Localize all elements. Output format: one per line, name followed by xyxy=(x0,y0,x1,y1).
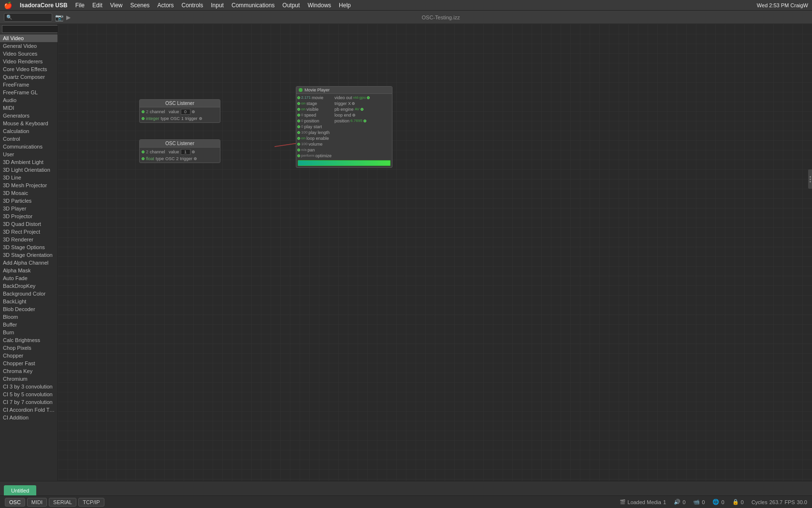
mp-pan-label: pan xyxy=(307,148,322,152)
menu-actors[interactable]: Actors xyxy=(158,2,174,9)
sidebar-item-blob-decoder[interactable]: Blob Decoder xyxy=(0,305,58,313)
mp-row-movie: 2.171 movie xyxy=(297,95,332,100)
sidebar-item-communications[interactable]: Communications xyxy=(0,143,58,150)
menu-view[interactable]: View xyxy=(110,2,123,9)
sidebar-item-3d-mosaic[interactable]: 3D Mosaic xyxy=(0,189,58,197)
sidebar-item-general-video[interactable]: General Video xyxy=(0,42,58,50)
sidebar-item-ci-addition[interactable]: CI Addition xyxy=(0,414,58,421)
sidebar-item-3d-particles[interactable]: 3D Particles xyxy=(0,197,58,205)
menu-output[interactable]: Output xyxy=(282,2,300,9)
sidebar-item-3d-player[interactable]: 3D Player xyxy=(0,205,58,212)
movie-player-progress-bar xyxy=(298,160,391,166)
canvas-area[interactable]: OSC Listener 2 channel value 0 integer t… xyxy=(58,24,812,481)
sidebar-item-calculation[interactable]: Calculation xyxy=(0,127,58,135)
sidebar-item-burn[interactable]: Burn xyxy=(0,329,58,336)
mp-videoout-label: video out xyxy=(334,95,352,100)
sidebar-item-ci-5-by-5-convolution[interactable]: CI 5 by 5 convolution xyxy=(0,390,58,398)
sidebar-item-chop-pixels[interactable]: Chop Pixels xyxy=(0,344,58,352)
menu-scenes[interactable]: Scenes xyxy=(130,2,150,9)
sidebar-item-3d-mesh-projector[interactable]: 3D Mesh Projector xyxy=(0,181,58,189)
apple-menu[interactable]: 🍎 xyxy=(4,1,12,9)
play-icon[interactable]: ▶ xyxy=(66,14,71,21)
sidebar-item-audio[interactable]: Audio xyxy=(0,96,58,104)
sidebar-item-3d-line[interactable]: 3D Line xyxy=(0,174,58,181)
mp-speed-label: speed xyxy=(304,113,319,118)
menu-controls[interactable]: Controls xyxy=(182,2,203,9)
sidebar-item-backlight[interactable]: BackLight xyxy=(0,298,58,305)
osc2-value-field[interactable]: 1 xyxy=(181,149,190,155)
sidebar-item-add-alpha-channel[interactable]: Add Alpha Channel xyxy=(0,259,58,267)
sidebar-item-3d-stage-orientation[interactable]: 3D Stage Orientation xyxy=(0,251,58,259)
sidebar-item-chopper[interactable]: Chopper xyxy=(0,352,58,359)
menu-input[interactable]: Input xyxy=(211,2,224,9)
sidebar-item-3d-quad-distort[interactable]: 3D Quad Distort xyxy=(0,220,58,228)
sidebar-item-bloom[interactable]: Bloom xyxy=(0,313,58,321)
status-tab-midi[interactable]: MIDI xyxy=(27,498,47,507)
sidebar-item-all-video[interactable]: All Video xyxy=(0,34,58,42)
sidebar-item-chroma-key[interactable]: Chroma Key xyxy=(0,367,58,375)
loaded-media-label: Loaded Media xyxy=(627,499,661,505)
status-tab-serial[interactable]: SERIAL xyxy=(49,498,76,507)
sidebar-item-generators[interactable]: Generators xyxy=(0,112,58,120)
mp-position-in xyxy=(297,120,300,122)
mp-visible-in xyxy=(297,108,300,111)
sidebar-item-core-video-effects[interactable]: Core Video Effects xyxy=(0,65,58,73)
right-panel-handle[interactable] xyxy=(808,169,812,189)
status-tab-tcpip[interactable]: TCP/IP xyxy=(78,498,104,507)
sidebar-item-freeframe[interactable]: FreeFrame xyxy=(0,81,58,89)
sidebar-item-auto-fade[interactable]: Auto Fade xyxy=(0,274,58,282)
osc2-osc-num: 2 xyxy=(176,156,179,161)
mp-playlength-label: play length xyxy=(308,130,330,135)
loaded-media-count: 1 xyxy=(663,499,666,505)
tab-untitled[interactable]: Untitled xyxy=(4,485,36,495)
sidebar-item-midi[interactable]: MIDI xyxy=(0,104,58,112)
menu-communications[interactable]: Communications xyxy=(232,2,275,9)
osc2-value-label: value xyxy=(169,149,179,154)
sidebar-item-video-sources[interactable]: Video Sources xyxy=(0,50,58,58)
sidebar-item-ci-7-by-7-convolution[interactable]: CI 7 by 7 convolution xyxy=(0,398,58,406)
sidebar-item-chromium[interactable]: Chromium xyxy=(0,375,58,383)
menu-right-status: Wed 2:53 PM CraigW xyxy=(757,2,808,8)
sidebar-search[interactable] xyxy=(2,25,58,33)
camera-icon[interactable]: 📷 xyxy=(55,14,63,21)
sidebar-item-3d-rect-project[interactable]: 3D Rect Project xyxy=(0,228,58,236)
sidebar-item-video-renderers[interactable]: Video Renderers xyxy=(0,58,58,65)
sidebar-item-buffer[interactable]: Buffer xyxy=(0,321,58,329)
sidebar-item-3d-stage-options[interactable]: 3D Stage Options xyxy=(0,243,58,251)
sidebar-item-3d-ambient-light[interactable]: 3D Ambient Light xyxy=(0,158,58,166)
sidebar-item-3d-light-orientation[interactable]: 3D Light Orientation xyxy=(0,166,58,174)
sidebar-item-quartz-composer[interactable]: Quartz Composer xyxy=(0,73,58,81)
out-item: 🔒 0 xyxy=(732,499,744,505)
sidebar-item-backdropkey[interactable]: BackDropKey xyxy=(0,282,58,290)
sidebar-item-background-color[interactable]: Background Color xyxy=(0,290,58,298)
menu-edit[interactable]: Edit xyxy=(92,2,102,9)
osc1-value-field[interactable]: 0 xyxy=(181,109,190,115)
sidebar-item-3d-projector[interactable]: 3D Projector xyxy=(0,212,58,220)
status-tab-osc[interactable]: OSC xyxy=(5,498,25,507)
sidebar-item-control[interactable]: Control xyxy=(0,135,58,143)
mp-playstart-in xyxy=(297,125,300,128)
mp-pos-row: position 6.7695 xyxy=(334,118,370,123)
mp-playstart-label: play start xyxy=(304,124,322,129)
sidebar-item-alpha-mask[interactable]: Alpha Mask xyxy=(0,267,58,274)
menu-windows[interactable]: Windows xyxy=(307,2,331,9)
search-icon: 🔍 xyxy=(6,15,12,20)
out-value: 0 xyxy=(741,499,744,505)
cycles-item: Cycles 263.7 FPS 30.0 xyxy=(752,499,807,505)
osc2-type-row: float type OSC 2 trigger xyxy=(142,155,218,162)
sidebar-item-freeframe-gl[interactable]: FreeFrame GL xyxy=(0,89,58,96)
sidebar-item-ci-3-by-3-convolution[interactable]: CI 3 by 3 convolution xyxy=(0,383,58,390)
menu-file[interactable]: File xyxy=(75,2,85,9)
mp-pbengine-label: pb engine xyxy=(334,107,354,112)
sidebar-item-3d-renderer[interactable]: 3D Renderer xyxy=(0,236,58,243)
sidebar-item-user[interactable]: User xyxy=(0,150,58,158)
menu-help[interactable]: Help xyxy=(339,2,351,9)
sidebar-item-mouse--keyboard[interactable]: Mouse & Keyboard xyxy=(0,120,58,127)
movie-player-right-ports: video out vid-gpu trigger X pb engine AV xyxy=(334,95,370,158)
mp-row-visible: on visible xyxy=(297,106,332,112)
mp-movie-in xyxy=(297,96,300,99)
sidebar-item-chopper-fast[interactable]: Chopper Fast xyxy=(0,359,58,367)
search-input[interactable] xyxy=(14,15,48,20)
sidebar-item-calc-brightness[interactable]: Calc Brightness xyxy=(0,336,58,344)
sidebar-item-ci-accordion-fold-trar[interactable]: CI Accordion Fold Trar xyxy=(0,406,58,414)
